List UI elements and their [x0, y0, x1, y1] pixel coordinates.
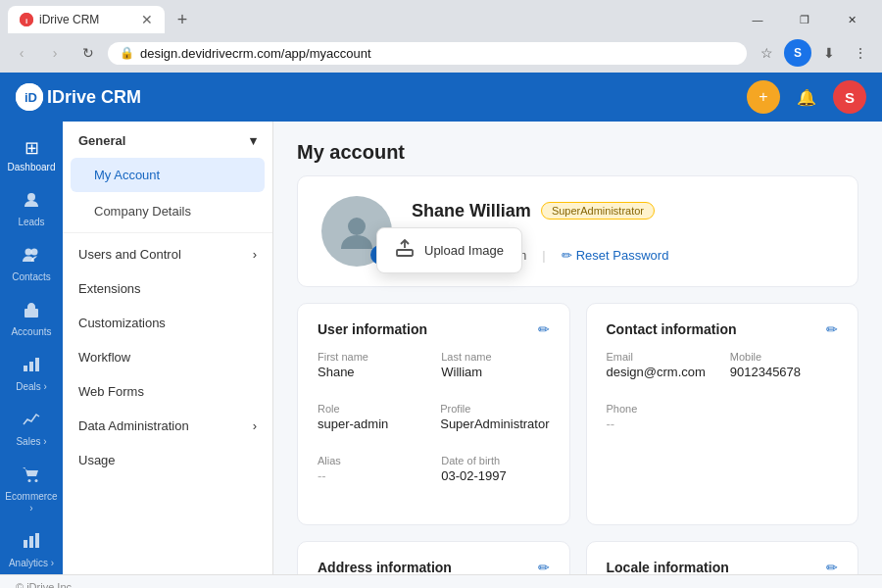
maximize-button[interactable]: ❐: [782, 6, 827, 33]
new-tab-button[interactable]: +: [169, 6, 196, 33]
svg-rect-19: [397, 250, 413, 256]
back-button[interactable]: ‹: [8, 39, 35, 67]
refresh-button[interactable]: ↻: [74, 39, 102, 67]
email-value: design@crm.com: [607, 365, 714, 379]
address-info-edit-button[interactable]: ✏: [538, 560, 550, 574]
profile-value: SuperAdministrator: [440, 416, 549, 431]
svg-rect-10: [35, 358, 39, 371]
sidebar-item-usage[interactable]: Usage: [63, 443, 272, 477]
svg-rect-7: [24, 309, 38, 318]
sidebar-item-myaccount[interactable]: My Account: [71, 158, 265, 192]
locale-info-edit-button[interactable]: ✏: [826, 560, 838, 574]
upload-icon: [395, 238, 415, 263]
notification-button[interactable]: 🔔: [790, 80, 823, 114]
reset-password-link[interactable]: ✏ Reset Password: [562, 248, 669, 263]
nav-item-sales[interactable]: Sales ›: [4, 403, 59, 456]
sidebar-item-label: Data Administration: [78, 418, 189, 433]
svg-rect-9: [29, 362, 33, 371]
sidebar-item-companydetails[interactable]: Company Details: [71, 194, 265, 228]
sidebar-item-label: Usage: [78, 453, 116, 467]
profile-button[interactable]: S: [784, 39, 811, 67]
first-name-value: Shane: [318, 365, 425, 379]
email-field: Email design@crm.com: [607, 351, 714, 379]
browser-actions: ☆ S ⬇ ⋮: [753, 39, 874, 67]
user-info-edit-button[interactable]: ✏: [538, 321, 550, 337]
close-button[interactable]: ✕: [829, 6, 874, 33]
sidebar-section-general[interactable]: General ▾: [63, 122, 272, 156]
logo-icon: iD: [16, 83, 43, 111]
nav-label-analytics: Analytics ›: [9, 558, 54, 569]
user-info-title: User information: [318, 321, 427, 337]
user-avatar-button[interactable]: S: [833, 80, 866, 114]
svg-rect-15: [35, 533, 39, 548]
nav-item-analytics[interactable]: Analytics ›: [4, 524, 59, 574]
nav-label-contacts: Contacts: [12, 271, 50, 283]
nav-item-ecommerce[interactable]: Ecommerce ›: [4, 458, 59, 522]
contact-info-title: Contact information: [607, 321, 737, 337]
dob-field: Date of birth 03-02-1997: [441, 455, 549, 483]
profile-card: ✏ Shane William SuperAdministrator super…: [297, 175, 858, 287]
first-name-field: First name Shane: [318, 351, 425, 379]
profile-badge: SuperAdministrator: [541, 202, 655, 220]
email-separator: |: [542, 248, 545, 263]
user-info-header: User information ✏: [318, 321, 550, 337]
contact-info-card: Contact information ✏ Email design@crm.c…: [586, 303, 859, 525]
dob-label: Date of birth: [441, 455, 549, 466]
phone-value: --: [607, 416, 839, 431]
nav-item-accounts[interactable]: Accounts: [4, 293, 59, 346]
forward-button[interactable]: ›: [41, 39, 69, 67]
browser-tab[interactable]: i iDrive CRM ✕: [8, 6, 165, 33]
address-bar[interactable]: 🔒 design.devidrivecrm.com/app/myaccount: [108, 42, 747, 65]
profile-label: Profile: [440, 403, 549, 415]
alias-label: Alias: [318, 455, 425, 466]
contact-info-edit-button[interactable]: ✏: [826, 321, 838, 337]
sidebar-item-workflow[interactable]: Workflow: [63, 340, 272, 374]
nav-item-leads[interactable]: Leads: [4, 183, 59, 236]
menu-button[interactable]: ⋮: [847, 39, 874, 67]
minimize-button[interactable]: —: [735, 6, 780, 33]
address-text: design.devidrivecrm.com/app/myaccount: [140, 46, 371, 61]
user-info-card: User information ✏ First name Shane Last…: [297, 303, 570, 525]
plus-button[interactable]: +: [747, 80, 780, 114]
sidebar-item-label: Users and Control: [78, 247, 181, 262]
role-value: super-admin: [318, 416, 424, 431]
nav-item-dashboard[interactable]: ⊞ Dashboard: [4, 129, 59, 181]
ecommerce-icon: [23, 466, 40, 488]
svg-point-4: [27, 193, 35, 201]
sidebar-section-label: General: [78, 133, 125, 148]
sidebar-item-label: Workflow: [78, 350, 130, 365]
svg-point-18: [348, 218, 366, 235]
chevron-right-icon: ›: [253, 247, 257, 262]
svg-rect-14: [29, 536, 33, 548]
download-button[interactable]: ⬇: [815, 39, 843, 67]
bookmark-button[interactable]: ☆: [753, 39, 780, 67]
sidebar-menu: General ▾ My Account Company Details Use…: [63, 122, 273, 574]
profile-name: Shane William: [412, 201, 531, 221]
contacts-icon: [23, 246, 40, 269]
sidebar-item-dataadmin[interactable]: Data Administration ›: [63, 409, 272, 443]
locale-info-header: Locale information ✏: [607, 560, 839, 574]
nav-label-sales: Sales ›: [16, 436, 46, 448]
svg-point-6: [31, 249, 38, 256]
upload-image-popup[interactable]: Upload Image: [376, 227, 522, 273]
locale-info-title: Locale information: [607, 560, 729, 574]
sidebar-item-customizations[interactable]: Customizations: [63, 306, 272, 340]
profile-avatar: S: [784, 39, 811, 67]
sidebar-item-userscontrol[interactable]: Users and Control ›: [63, 237, 272, 271]
chevron-down-icon: ▾: [250, 133, 257, 148]
nav-label-deals: Deals ›: [16, 381, 47, 393]
address-info-title: Address information: [318, 560, 452, 574]
sidebar-item-label: Extensions: [78, 281, 141, 296]
mobile-label: Mobile: [730, 351, 838, 363]
alias-dob-row: Alias -- Date of birth 03-02-1997: [318, 455, 550, 495]
nav-item-deals[interactable]: Deals ›: [4, 348, 59, 401]
sidebar-item-extensions[interactable]: Extensions: [63, 271, 272, 306]
tab-close-button[interactable]: ✕: [141, 12, 153, 27]
sidebar-item-webforms[interactable]: Web Forms: [63, 374, 272, 409]
svg-point-5: [25, 249, 32, 256]
browser-titlebar: i iDrive CRM ✕ + — ❐ ✕: [0, 0, 882, 33]
address-info-header: Address information ✏: [318, 560, 550, 574]
nav-item-contacts[interactable]: Contacts: [4, 238, 59, 291]
app-logo: iD IDrive CRM: [16, 83, 141, 111]
accounts-icon: [23, 301, 40, 323]
